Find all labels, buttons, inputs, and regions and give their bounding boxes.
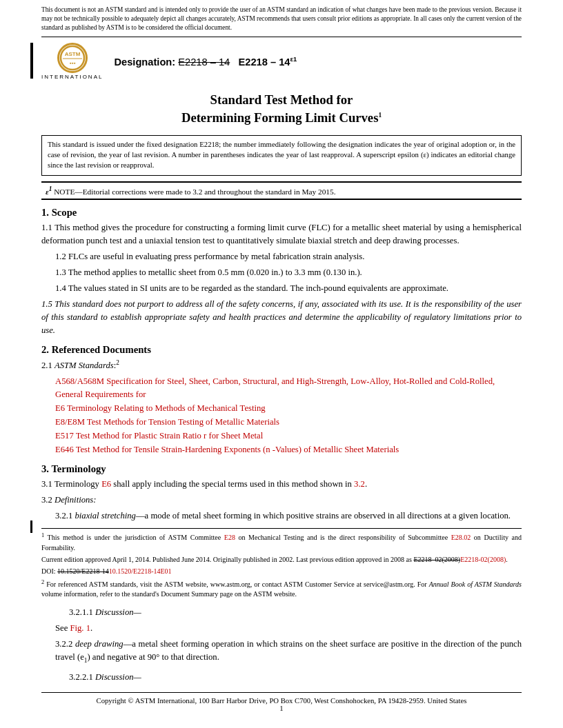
- para-3-2-1: 3.2.1 biaxial stretching—a mode of metal…: [55, 509, 522, 523]
- para-3-2-1-label: 3.2.1: [55, 511, 72, 520]
- ref4-text: Test Method for Plastic Strain Ratio r f…: [74, 431, 263, 441]
- designation-block: Designation: E2218 – 14 E2218 – 14ε1: [114, 56, 297, 68]
- top-notice-text: This document is not an ASTM standard an…: [41, 6, 522, 31]
- ref2-text: Terminology Relating to Methods of Mecha…: [65, 403, 266, 413]
- document-title: Standard Test Method for Determining For…: [41, 91, 522, 127]
- fn-e28-02[interactable]: E28.02: [451, 534, 471, 542]
- para-3-1-e6[interactable]: E6: [101, 479, 111, 489]
- ref4-label[interactable]: E517: [55, 431, 74, 441]
- footnote-doi-new[interactable]: 10.1520/E2218-14E01: [109, 567, 172, 575]
- title-line2: Determining Forming Limit Curves: [181, 110, 379, 125]
- designation-label: Designation:: [114, 57, 175, 68]
- footnote-2-sup: 2: [41, 579, 44, 585]
- ref-item-1: A568/A568M Specification for Steel, Shee…: [55, 375, 522, 401]
- designation-old: E2218 – 14: [178, 57, 230, 68]
- ref5-label[interactable]: E646: [55, 445, 74, 454]
- para-3-2-label: 3.2: [41, 495, 52, 505]
- section2-title: 2. Referenced Documents: [41, 344, 522, 356]
- para-3-2-2-text2: ) and negative at 90° to that direction.: [87, 652, 219, 662]
- svg-text:ASTM: ASTM: [64, 51, 80, 57]
- footnote-doi: DOI: 10.1520/E2218-1410.1520/E2218-14E01: [41, 567, 522, 576]
- para-1-3: 1.3 The method applies to metallic sheet…: [55, 266, 522, 279]
- ref1-label[interactable]: A568/A568M: [55, 376, 104, 386]
- para-3-2-1-1-text: Discussion—: [95, 607, 141, 617]
- page-footer: Copyright © ASTM International, 100 Barr…: [41, 692, 522, 712]
- designation-new: E2218 – 14: [238, 57, 290, 68]
- top-notice: This document is not an ASTM standard an…: [41, 0, 522, 37]
- ref3-label[interactable]: E8/E8M: [55, 417, 85, 427]
- para-3-2-2-label: 3.2.2: [55, 639, 72, 649]
- ref-item-2: E6 Terminology Relating to Methods of Me…: [55, 402, 522, 415]
- ref-item-4: E517 Test Method for Plastic Strain Rati…: [55, 429, 522, 443]
- footnote-old-des: E2218–02(2008): [413, 556, 460, 563]
- footnote-annual-book: Annual Book of ASTM Standards: [429, 580, 522, 588]
- reference-list: A568/A568M Specification for Steel, Shee…: [55, 375, 522, 456]
- ref1-text: Specification for Steel, Sheet, Carbon, …: [55, 376, 495, 399]
- logo-international-text: INTERNATIONAL: [41, 74, 103, 80]
- para-3-1-3-2[interactable]: 3.2: [354, 479, 365, 489]
- para-3-2-1-term: biaxial stretching: [75, 511, 135, 520]
- para-1-1-wrapper: 1.1 This method gives the procedure for …: [41, 221, 522, 247]
- para-1-2: 1.2 FLCs are useful in evaluating press …: [55, 250, 522, 263]
- left-bar-1: [30, 61, 32, 73]
- para-3-2-1-1-label: 3.2.1.1: [69, 607, 93, 617]
- title-line1: Standard Test Method for: [210, 92, 353, 107]
- title-sup: 1: [378, 112, 382, 119]
- designation-sup: ε1: [290, 56, 297, 63]
- astm-logo: ASTM ●●● INTERNATIONAL: [41, 43, 103, 80]
- para-3-1: 3.1 Terminology E6 shall apply including…: [41, 478, 522, 491]
- para-3-2-2: 3.2.2 deep drawing—a metal sheet forming…: [55, 638, 522, 666]
- para-2-1-sup: 2: [116, 359, 119, 366]
- para-3-2-2-1: 3.2.2.1 Discussion—: [69, 671, 522, 684]
- fig-1-link[interactable]: Fig. 1: [70, 623, 90, 633]
- para-3-2-text: Definitions:: [55, 495, 96, 505]
- header-row: ASTM ●●● INTERNATIONAL Designation: E221…: [41, 43, 522, 83]
- fn-e28[interactable]: E28: [224, 534, 235, 542]
- para-1-5: 1.5 This standard does not purport to ad…: [41, 298, 522, 337]
- ref5-text: Test Method for Tensile Strain-Hardening…: [74, 445, 399, 454]
- para-2-1-text: 2.1 ASTM Standards:2: [41, 361, 119, 370]
- left-bar-2: [30, 520, 32, 533]
- para-3-2-2-1-label: 3.2.2.1: [69, 672, 93, 682]
- note-box: ε1 NOTE—Editorial corrections were made …: [41, 181, 522, 200]
- page: This document is not an ASTM standard an…: [0, 0, 563, 728]
- para-1-1: 1.1 This method gives the procedure for …: [41, 221, 522, 247]
- page-number: 1: [41, 705, 522, 712]
- note-text: NOTE—Editorial corrections were made to …: [52, 188, 335, 196]
- para-3-2-2-1-text: Discussion—: [95, 672, 141, 682]
- para-1-4: 1.4 The values stated in SI units are to…: [55, 282, 522, 295]
- ref-item-5: E646 Test Method for Tensile Strain-Hard…: [55, 443, 522, 456]
- para-3-2-2-term: deep drawing: [75, 639, 124, 649]
- ref-item-3: E8/E8M Test Methods for Tension Testing …: [55, 416, 522, 429]
- footnote-1-sup: 1: [41, 532, 44, 538]
- footnote-1: 1 This method is under the jurisdiction …: [41, 532, 522, 552]
- see-fig-1: See Fig. 1.: [55, 622, 522, 635]
- logo-circle: ASTM ●●●: [57, 43, 88, 73]
- section1-title: 1. Scope: [41, 207, 522, 219]
- para-3-2-1-text: —a mode of metal sheet forming in which …: [136, 511, 511, 520]
- title-section: Standard Test Method for Determining For…: [41, 91, 522, 127]
- footnote-doi-old: 10.1520/E2218-14: [57, 567, 109, 575]
- issued-box: This standard is issued under the fixed …: [41, 135, 522, 176]
- footnote-section: 1 This method is under the jurisdiction …: [41, 528, 522, 599]
- ref3-text: Test Methods for Tension Testing of Meta…: [85, 417, 279, 427]
- footnote-edition: Current edition approved April 1, 2014. …: [41, 555, 522, 565]
- svg-point-0: [61, 46, 84, 70]
- issued-text: This standard is issued under the fixed …: [48, 141, 515, 169]
- footnote-new-des[interactable]: E2218-02(2008): [460, 556, 506, 563]
- para-2-1: 2.1 ASTM Standards:2: [41, 358, 522, 372]
- svg-text:●●●: ●●●: [69, 61, 75, 65]
- footnote-2: 2 For referenced ASTM standards, visit t…: [41, 578, 522, 599]
- para-3-2-1-1: 3.2.1.1 Discussion—: [69, 606, 522, 619]
- ref2-label[interactable]: E6: [55, 403, 65, 413]
- para-3-2: 3.2 Definitions:: [41, 494, 522, 507]
- note-label: ε1: [46, 188, 52, 196]
- footer-copyright: Copyright © ASTM International, 100 Barr…: [41, 697, 522, 705]
- section3-title: 3. Terminology: [41, 463, 522, 475]
